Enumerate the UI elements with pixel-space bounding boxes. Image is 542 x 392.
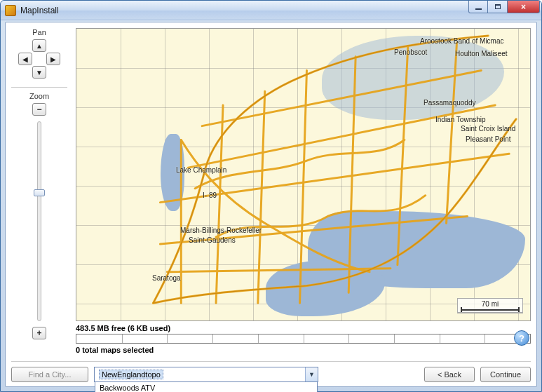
product-selected-value: NewEnglandtopo [99,370,163,379]
continue-button[interactable]: Continue [480,367,531,382]
close-button[interactable]: × [508,1,540,13]
back-button[interactable]: < Back [424,367,475,382]
zoom-group: Zoom − + [11,87,67,339]
pan-down-button[interactable]: ▼ [32,66,46,79]
maps-selected-count: 0 total maps selected [76,346,531,354]
client-area: Pan ▲ ◀ ▶ ▼ Zoom − + [5,22,537,387]
map-place-label: Saint Croix Island [461,125,515,133]
map-place-label: Indian Township [435,116,486,123]
storage-status: 483.5 MB free (6 KB used) [76,324,531,332]
app-window: MapInstall × Pan ▲ ◀ ▶ ▼ Zoom − [0,0,542,392]
map-place-label: Penobscot [394,48,427,56]
sidebar: Pan ▲ ◀ ▶ ▼ Zoom − + [11,28,67,354]
pan-up-button[interactable]: ▲ [32,39,46,52]
product-select[interactable]: NewEnglandtopo ▼ Backwoods ATV [94,367,318,382]
maximize-button[interactable] [488,1,508,13]
storage-panel: 483.5 MB free (6 KB used) 0 total maps s… [76,324,531,354]
pan-right-button[interactable]: ▶ [46,53,60,65]
map-place-label: Marsh-Billings-Rockefeller [180,227,262,234]
window-title: MapInstall [20,6,59,15]
map-viewport[interactable]: Aroostook Band of MicmacPenobscotHoulton… [76,28,531,321]
map-place-label: I- 89 [203,191,217,199]
map-place-label: Saratoga [152,274,181,282]
bottom-bar: Find a City... NewEnglandtopo ▼ Backwood… [11,361,531,382]
zoom-slider-thumb[interactable] [34,189,45,196]
map-place-label: Lake Champlain [176,166,226,174]
window-controls: × [468,1,540,13]
zoom-out-button[interactable]: − [32,103,46,116]
chevron-down-icon: ▼ [305,367,318,381]
scale-label: 70 mi [482,300,499,308]
scale-bar: 70 mi [457,298,523,313]
product-dropdown-list[interactable]: Backwoods ATV [95,382,318,393]
map-place-label: Pleasant Point [466,135,511,143]
app-icon [5,5,16,16]
map-place-label: Saint-Gaudens [189,236,236,244]
zoom-slider[interactable] [37,121,41,321]
pan-left-button[interactable]: ◀ [18,53,32,65]
storage-bar [76,334,531,344]
pan-label: Pan [32,28,46,36]
map-place-label: Passamaquoddy [424,99,476,107]
minimize-button[interactable] [468,1,488,13]
pan-pad: ▲ ◀ ▶ ▼ [18,39,60,81]
find-city-button[interactable]: Find a City... [11,367,88,382]
map-place-label: Aroostook Band of Micmac [420,37,504,45]
titlebar: MapInstall × [1,1,541,20]
product-option[interactable]: Backwoods ATV [95,382,317,393]
zoom-in-button[interactable]: + [32,327,46,339]
map-place-label: Houlton Maliseet [455,50,507,58]
zoom-label: Zoom [29,92,49,100]
help-button[interactable]: ? [514,330,529,346]
